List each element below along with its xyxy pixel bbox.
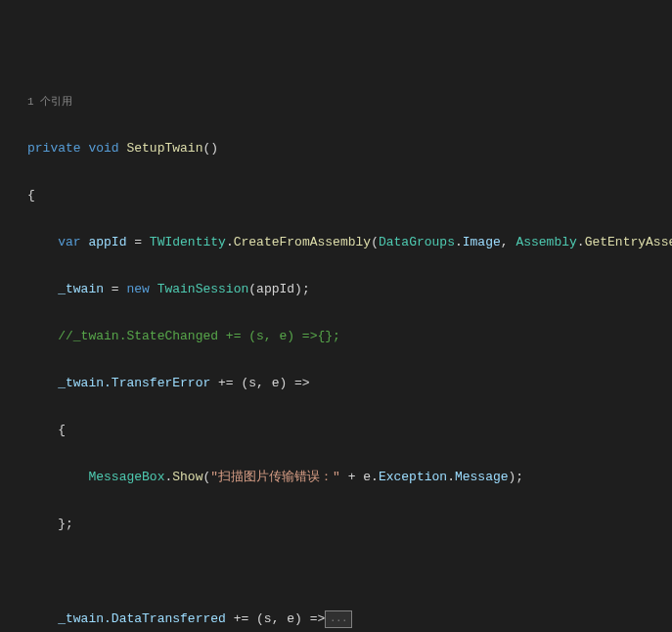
code-line: _twain.TransferError += (s, e) => [27, 376, 672, 391]
code-line: var appId = TWIdentity.CreateFromAssembl… [27, 235, 672, 250]
code-line [27, 564, 672, 579]
code-line: private void SetupTwain() [27, 141, 672, 157]
code-editor[interactable]: 1 个引用 private void SetupTwain() { var ap… [0, 63, 672, 632]
code-line: { [27, 423, 672, 438]
code-line: _twain = new TwainSession(appId); [27, 282, 672, 297]
code-line: MessageBox.Show("扫描图片传输错误：" + e.Exceptio… [27, 470, 672, 485]
codelens-text: 1 个引用 [27, 96, 72, 108]
code-line: _twain.DataTransferred += (s, e) =>... [27, 610, 672, 628]
code-line: //_twain.StateChanged += (s, e) =>{}; [27, 329, 672, 344]
code-line: }; [27, 517, 672, 532]
fold-collapsed-icon[interactable]: ... [325, 610, 352, 628]
code-line: { [27, 188, 672, 203]
codelens-line[interactable]: 1 个引用 [27, 94, 672, 110]
